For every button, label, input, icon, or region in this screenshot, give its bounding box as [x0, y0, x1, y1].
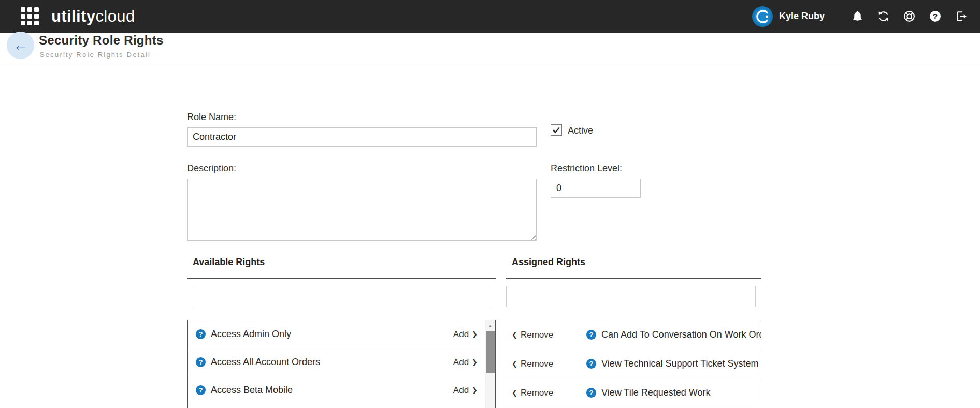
description-label: Description: — [187, 164, 236, 173]
available-rights-filter-input[interactable] — [192, 286, 492, 307]
remove-label: Remove — [521, 388, 553, 398]
scrollbar[interactable] — [485, 320, 495, 408]
remove-button[interactable]: Remove — [512, 388, 564, 398]
user-avatar[interactable] — [752, 6, 773, 27]
assigned-rights-title: Assigned Rights — [506, 257, 761, 279]
apps-grid-icon[interactable] — [21, 7, 39, 25]
top-bar-right: Kyle Ruby — [752, 6, 968, 27]
remove-label: Remove — [521, 330, 553, 340]
logo-text-bold: utility — [51, 7, 95, 25]
add-button[interactable]: Add — [453, 357, 478, 368]
refresh-icon[interactable] — [876, 10, 890, 23]
available-right-row: Access All Account Orders Add — [188, 348, 495, 376]
description-textarea-wrap — [187, 179, 537, 241]
support-lifering-icon[interactable] — [902, 10, 916, 23]
checkmark-icon — [552, 125, 561, 135]
available-right-row: Access Admin Only Add — [188, 320, 495, 348]
security-role-rights-page: utilitycloud Kyle Ruby — [0, 0, 980, 408]
svg-text:?: ? — [932, 12, 937, 21]
help-icon[interactable]: ? — [928, 10, 942, 23]
user-name[interactable]: Kyle Ruby — [779, 11, 825, 22]
restriction-level-input[interactable] — [551, 179, 641, 198]
top-bar: utilitycloud Kyle Ruby — [0, 0, 980, 33]
available-right-row: Access Beta Mobile Add — [188, 376, 495, 404]
active-label: Active — [568, 126, 593, 135]
add-label: Add — [453, 385, 469, 396]
assigned-right-row: Remove View Tile Requested Work — [501, 378, 761, 407]
logout-icon[interactable] — [954, 10, 968, 23]
remove-button[interactable]: Remove — [512, 359, 564, 369]
remove-button[interactable]: Remove — [512, 330, 564, 340]
add-label: Add — [453, 357, 469, 368]
right-name: Access All Account Orders — [211, 357, 320, 368]
available-rights-list: Access Admin Only Add Access All Account… — [187, 320, 496, 408]
notifications-bell-icon[interactable] — [851, 10, 864, 23]
chevron-right-icon — [472, 331, 478, 338]
right-name: View Technical Support Ticket System — [601, 358, 758, 369]
role-name-label: Role Name: — [187, 112, 236, 122]
right-name: Access Admin Only — [211, 329, 291, 340]
right-help-icon[interactable] — [586, 388, 596, 398]
assigned-rights-list: Remove Can Add To Conversation On Work O… — [501, 320, 761, 408]
add-button[interactable]: Add — [453, 329, 478, 340]
available-rights-title: Available Rights — [187, 257, 496, 279]
back-arrow-icon: ← — [13, 38, 28, 53]
assigned-right-row: Remove Can Add To Conversation On Work O… — [501, 320, 761, 349]
restriction-level-label: Restriction Level: — [551, 164, 622, 173]
back-button[interactable]: ← — [7, 32, 34, 59]
chevron-left-icon — [512, 360, 517, 367]
active-checkbox[interactable] — [551, 124, 562, 136]
scrollbar-up-button[interactable] — [485, 320, 495, 331]
description-textarea[interactable] — [187, 179, 537, 241]
header-divider — [0, 66, 980, 66]
right-name: Access Beta Mobile — [211, 385, 293, 396]
right-help-icon[interactable] — [196, 385, 206, 395]
top-bar-left: utilitycloud — [21, 7, 135, 25]
page-subtitle: Security Role Rights Detail — [40, 51, 151, 58]
chevron-left-icon — [512, 331, 517, 338]
remove-label: Remove — [521, 359, 553, 369]
chevron-right-icon — [472, 359, 478, 366]
right-help-icon[interactable] — [586, 359, 596, 369]
page-title: Security Role Rights — [39, 34, 164, 47]
role-name-input[interactable] — [187, 127, 537, 147]
right-name: Can Add To Conversation On Work Order — [601, 329, 761, 340]
add-label: Add — [453, 329, 469, 340]
right-help-icon[interactable] — [196, 357, 206, 367]
utilitycloud-logo[interactable]: utilitycloud — [51, 8, 135, 24]
right-name: View Tile Requested Work — [601, 387, 710, 398]
assigned-rights-filter-input[interactable] — [506, 286, 756, 307]
logo-text-light: cloud — [95, 7, 135, 25]
right-help-icon[interactable] — [586, 330, 596, 340]
assigned-right-row: Remove View Technical Support Ticket Sys… — [501, 349, 761, 378]
add-button[interactable]: Add — [453, 385, 478, 396]
right-help-icon[interactable] — [196, 329, 206, 339]
chevron-right-icon — [472, 387, 478, 394]
chevron-left-icon — [512, 389, 517, 396]
scrollbar-thumb[interactable] — [486, 331, 495, 373]
